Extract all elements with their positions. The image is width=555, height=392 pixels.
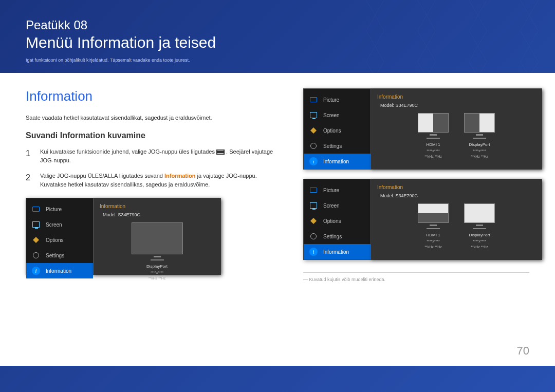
step-pre: Kui kuvatakse funktsioonide juhend, vali… xyxy=(40,148,216,155)
nav-label: Picture xyxy=(323,188,339,193)
nav-label: Picture xyxy=(323,97,339,103)
step-number: 1 xyxy=(26,147,33,164)
left-column: Information Saate vaadata hetkel kasutat… xyxy=(26,88,283,284)
osd-info-panel: Information Model: S34E790C DisplayPort … xyxy=(93,198,220,274)
osd-nav-picture: Picture xyxy=(304,92,371,107)
osd-panel-title: Information xyxy=(377,184,535,190)
port-label: HDMI 1 xyxy=(426,142,440,147)
osd-nav-screen: Screen xyxy=(26,217,93,232)
monitor-graphic-hdmi: HDMI 1 ****x**** **kHz **Hz xyxy=(418,113,449,158)
osd-panel-title: Information xyxy=(377,94,535,100)
osd-nav-options: Options xyxy=(304,123,371,138)
osd-nav-screen: Screen xyxy=(304,107,371,123)
step-2: 2 Valige JOG-nuppu ÜLES/ALLA liigutades … xyxy=(26,172,283,189)
options-icon xyxy=(31,236,41,244)
monitor-graphic-dp: DisplayPort ****x**** **kHz **Hz xyxy=(464,203,495,249)
section-description: Saate vaadata hetkel kasutatavat sisenda… xyxy=(26,115,283,121)
page-number: 70 xyxy=(517,344,529,358)
monitor-stand-icon xyxy=(430,134,437,136)
monitor-base-icon xyxy=(427,228,440,229)
chapter-label: Peatükk 08 xyxy=(26,18,529,32)
osd-nav-screen: Screen xyxy=(304,198,371,213)
step-text: Valige JOG-nuppu ÜLES/ALLA liigutades su… xyxy=(40,172,283,189)
monitor-stand-icon xyxy=(476,225,483,226)
frequency-label: **kHz **Hz xyxy=(424,155,441,158)
resolution-label: ****x**** xyxy=(473,239,486,243)
nav-label: Information xyxy=(323,159,349,164)
info-icon: i xyxy=(31,267,41,274)
osd-model-label: Model: S34E790C xyxy=(377,103,535,108)
nav-label: Options xyxy=(323,128,341,134)
step-pre: Valige JOG-nuppu ÜLES/ALLA liigutades su… xyxy=(40,173,164,179)
step-text: Kui kuvatakse funktsioonide juhend, vali… xyxy=(40,147,283,164)
monitor-base-icon xyxy=(473,228,486,229)
page-subtitle: Igat funktsiooni on põhjalikult kirjelda… xyxy=(26,58,529,63)
page-header: Peatükk 08 Menüü Information ja teised I… xyxy=(0,0,555,73)
monitor-graphic-hdmi: HDMI 1 ****x**** **kHz **Hz xyxy=(418,203,449,249)
step-number: 2 xyxy=(26,172,33,189)
resolution-label: ****x**** xyxy=(427,149,439,153)
osd-nav-information: iInformation xyxy=(26,263,93,278)
osd-screenshot-pbp: Picture Screen Options Settings iInforma… xyxy=(303,88,542,170)
gear-icon xyxy=(31,252,41,259)
osd-panel-title: Information xyxy=(100,203,214,209)
mini-monitor-icon xyxy=(464,203,495,223)
frequency-label: **kHz **Hz xyxy=(149,276,165,280)
mini-monitor-icon xyxy=(418,113,449,133)
monitor-base-icon xyxy=(427,138,440,139)
monitor-icon xyxy=(309,186,318,194)
osd-nav-settings: Settings xyxy=(304,138,371,154)
port-label: DisplayPort xyxy=(469,142,490,147)
info-icon: i xyxy=(309,158,318,165)
nav-label: Picture xyxy=(46,207,62,212)
subsection-heading: Suvandi Information kuvamine xyxy=(26,131,283,140)
osd-screenshot-single: Picture Screen Options Settings iInforma… xyxy=(26,198,221,275)
resolution-label: ****x**** xyxy=(473,149,486,153)
monitor-graphic: DisplayPort ****x**** **kHz **Hz xyxy=(132,222,183,280)
monitor-base-icon xyxy=(473,138,486,139)
osd-nav-settings: Settings xyxy=(26,248,93,263)
osd-nav-options: Options xyxy=(304,213,371,229)
osd-nav-picture: Picture xyxy=(304,182,371,198)
right-column: Picture Screen Options Settings iInforma… xyxy=(303,88,542,284)
screen-icon xyxy=(31,221,41,228)
osd-screenshot-pip: Picture Screen Options Settings iInforma… xyxy=(303,179,542,260)
menu-icon xyxy=(216,150,225,155)
frequency-label: **kHz **Hz xyxy=(471,245,488,249)
step-1: 1 Kui kuvatakse funktsioonide juhend, va… xyxy=(26,147,283,164)
osd-model-label: Model: S34E790C xyxy=(377,193,535,198)
nav-label: Information xyxy=(323,249,349,255)
nav-label: Settings xyxy=(323,143,342,149)
mini-monitor-icon xyxy=(464,113,495,133)
nav-label: Settings xyxy=(46,253,64,258)
monitor-icon xyxy=(309,96,318,103)
monitor-stand-icon xyxy=(430,225,437,226)
osd-nav-settings: Settings xyxy=(304,229,371,244)
footnote-rule xyxy=(303,272,529,273)
options-icon xyxy=(309,217,318,225)
mini-monitor-icon xyxy=(418,203,449,223)
resolution-label: ****x**** xyxy=(427,239,439,243)
osd-nav: Picture Screen Options Settings iInforma… xyxy=(304,179,371,259)
osd-info-panel: Information Model: S34E790C HDMI 1 ****x… xyxy=(371,179,542,259)
osd-nav-options: Options xyxy=(26,232,93,248)
monitor-stand-icon xyxy=(476,134,483,136)
nav-label: Information xyxy=(46,268,71,274)
osd-nav: Picture Screen Options Settings iInforma… xyxy=(26,198,93,274)
osd-nav-information: iInformation xyxy=(304,154,371,169)
nav-label: Settings xyxy=(323,234,342,239)
gear-icon xyxy=(309,142,318,150)
osd-model-label: Model: S34E790C xyxy=(100,212,214,217)
page-title: Menüü Information ja teised xyxy=(26,34,529,51)
port-label: DisplayPort xyxy=(469,233,490,237)
port-label: DisplayPort xyxy=(146,264,168,269)
frequency-label: **kHz **Hz xyxy=(471,155,488,158)
nav-label: Options xyxy=(323,218,341,224)
nav-label: Screen xyxy=(323,113,340,118)
screen-icon xyxy=(309,111,318,119)
monitor-icon xyxy=(31,206,41,213)
nav-label: Screen xyxy=(323,203,340,209)
content-area: Information Saate vaadata hetkel kasutat… xyxy=(0,73,555,366)
port-label: HDMI 1 xyxy=(426,233,440,237)
options-icon xyxy=(309,127,318,134)
